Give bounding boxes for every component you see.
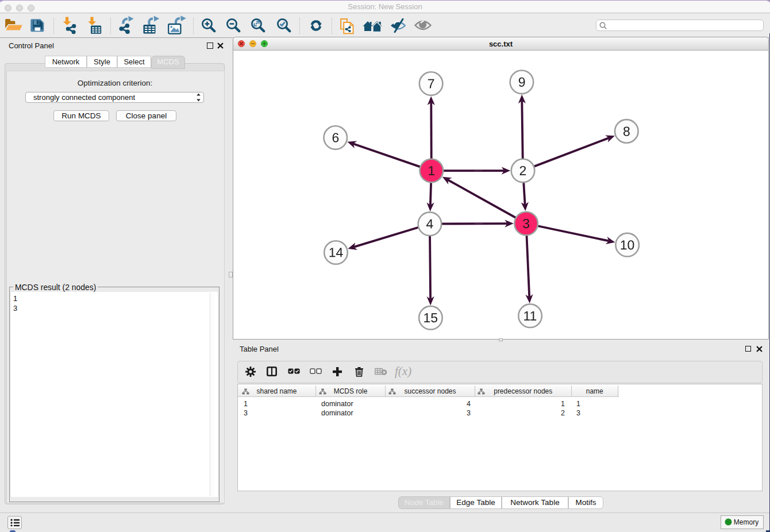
svg-text:15: 15: [423, 310, 438, 325]
svg-text:3: 3: [522, 216, 530, 231]
svg-text:6: 6: [332, 130, 339, 145]
svg-text:1: 1: [428, 163, 435, 178]
svg-text:10: 10: [620, 237, 635, 252]
svg-text:8: 8: [623, 124, 630, 139]
svg-text:7: 7: [428, 76, 435, 91]
svg-text:2: 2: [519, 163, 527, 178]
svg-text:14: 14: [329, 245, 344, 260]
svg-text:11: 11: [523, 309, 537, 323]
svg-text:4: 4: [426, 217, 433, 232]
svg-text:9: 9: [518, 75, 526, 90]
